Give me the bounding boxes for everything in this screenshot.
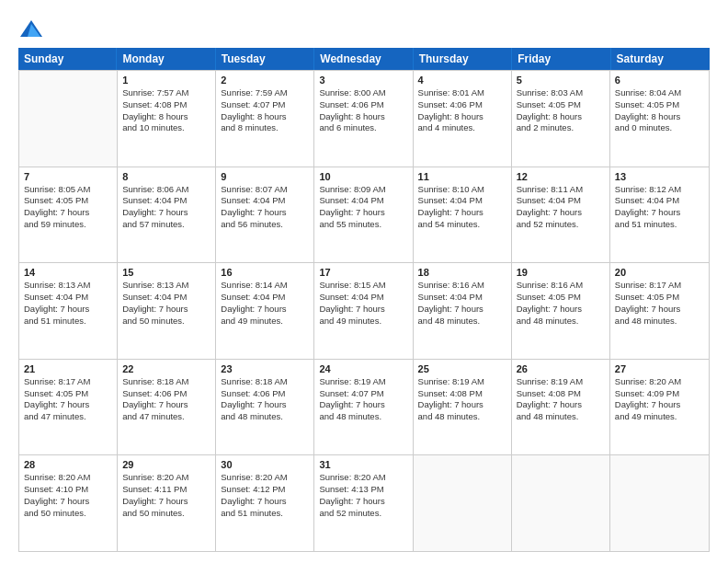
calendar-row-2: 14Sunrise: 8:13 AMSunset: 4:04 PMDayligh… — [19, 262, 709, 359]
sunrise-text: Sunrise: 8:04 AM — [615, 87, 704, 99]
calendar-cell: 24Sunrise: 8:19 AMSunset: 4:07 PMDayligh… — [314, 360, 413, 455]
calendar: SundayMondayTuesdayWednesdayThursdayFrid… — [18, 48, 710, 552]
logo — [18, 17, 48, 42]
sunrise-text: Sunrise: 8:20 AM — [24, 472, 112, 484]
sunrise-text: Sunrise: 8:20 AM — [319, 472, 407, 484]
day-number: 3 — [319, 75, 407, 86]
calendar-cell: 12Sunrise: 8:11 AMSunset: 4:04 PMDayligh… — [512, 167, 610, 263]
day-number: 11 — [418, 171, 506, 182]
calendar-cell: 8Sunrise: 8:06 AMSunset: 4:04 PMDaylight… — [118, 167, 216, 263]
calendar-cell: 6Sunrise: 8:04 AMSunset: 4:05 PMDaylight… — [610, 71, 709, 167]
header-day-tuesday: Tuesday — [216, 48, 314, 70]
day-number: 12 — [517, 171, 605, 182]
calendar-cell: 1Sunrise: 7:57 AMSunset: 4:08 PMDaylight… — [118, 71, 216, 167]
sunrise-text: Sunrise: 8:18 AM — [221, 376, 309, 388]
sunrise-text: Sunrise: 8:06 AM — [122, 184, 210, 196]
day-number: 24 — [319, 363, 407, 374]
sunset-text: Sunset: 4:05 PM — [24, 388, 112, 400]
sunrise-text: Sunrise: 8:20 AM — [122, 472, 210, 484]
sunset-text: Sunset: 4:04 PM — [319, 292, 407, 304]
calendar-cell: 28Sunrise: 8:20 AMSunset: 4:10 PMDayligh… — [19, 455, 118, 551]
calendar-cell: 18Sunrise: 8:16 AMSunset: 4:04 PMDayligh… — [414, 263, 512, 359]
sunset-text: Sunset: 4:06 PM — [319, 99, 407, 111]
day-number: 25 — [418, 363, 506, 374]
daylight-text-2: and 49 minutes. — [319, 316, 407, 327]
calendar-cell: 9Sunrise: 8:07 AMSunset: 4:04 PMDaylight… — [216, 167, 314, 263]
sunset-text: Sunset: 4:06 PM — [221, 388, 309, 400]
sunrise-text: Sunrise: 8:07 AM — [221, 184, 309, 196]
daylight-text: Daylight: 7 hours — [319, 496, 407, 508]
calendar-cell: 31Sunrise: 8:20 AMSunset: 4:13 PMDayligh… — [314, 455, 413, 551]
daylight-text: Daylight: 7 hours — [319, 207, 407, 219]
sunset-text: Sunset: 4:09 PM — [615, 388, 704, 400]
daylight-text: Daylight: 7 hours — [615, 207, 704, 219]
daylight-text-2: and 48 minutes. — [517, 316, 605, 327]
calendar-cell: 26Sunrise: 8:19 AMSunset: 4:08 PMDayligh… — [512, 360, 610, 455]
sunrise-text: Sunrise: 8:16 AM — [418, 280, 506, 292]
sunset-text: Sunset: 4:04 PM — [122, 292, 210, 304]
daylight-text: Daylight: 7 hours — [24, 399, 112, 411]
day-number: 10 — [319, 171, 407, 182]
calendar-cell: 27Sunrise: 8:20 AMSunset: 4:09 PMDayligh… — [610, 360, 709, 455]
sunrise-text: Sunrise: 8:10 AM — [418, 184, 506, 196]
daylight-text-2: and 52 minutes. — [319, 508, 407, 520]
daylight-text-2: and 59 minutes. — [24, 219, 112, 231]
calendar-cell: 23Sunrise: 8:18 AMSunset: 4:06 PMDayligh… — [216, 360, 314, 455]
sunrise-text: Sunrise: 8:11 AM — [517, 184, 605, 196]
sunset-text: Sunset: 4:13 PM — [319, 484, 407, 496]
day-number: 7 — [24, 171, 112, 182]
calendar-cell: 13Sunrise: 8:12 AMSunset: 4:04 PMDayligh… — [610, 167, 709, 263]
daylight-text-2: and 2 minutes. — [517, 122, 605, 134]
sunset-text: Sunset: 4:04 PM — [24, 292, 112, 304]
daylight-text-2: and 54 minutes. — [418, 219, 506, 231]
daylight-text: Daylight: 8 hours — [122, 111, 210, 123]
sunrise-text: Sunrise: 7:59 AM — [221, 87, 309, 99]
calendar-cell: 30Sunrise: 8:20 AMSunset: 4:12 PMDayligh… — [216, 455, 314, 551]
day-number: 20 — [615, 267, 704, 278]
calendar-cell: 20Sunrise: 8:17 AMSunset: 4:05 PMDayligh… — [610, 263, 709, 359]
sunrise-text: Sunrise: 8:13 AM — [122, 280, 210, 292]
sunrise-text: Sunrise: 8:17 AM — [24, 376, 112, 388]
daylight-text-2: and 47 minutes. — [122, 411, 210, 423]
sunset-text: Sunset: 4:05 PM — [517, 292, 605, 304]
calendar-cell — [512, 455, 610, 551]
day-number: 5 — [517, 75, 605, 86]
sunset-text: Sunset: 4:04 PM — [221, 292, 309, 304]
daylight-text-2: and 48 minutes. — [517, 411, 605, 423]
daylight-text: Daylight: 7 hours — [615, 399, 704, 411]
sunset-text: Sunset: 4:05 PM — [615, 99, 704, 111]
sunset-text: Sunset: 4:06 PM — [122, 388, 210, 400]
calendar-row-1: 7Sunrise: 8:05 AMSunset: 4:05 PMDaylight… — [19, 167, 709, 263]
sunrise-text: Sunrise: 8:01 AM — [418, 87, 506, 99]
daylight-text: Daylight: 8 hours — [615, 111, 704, 123]
daylight-text-2: and 49 minutes. — [615, 411, 704, 423]
header-day-thursday: Thursday — [414, 48, 512, 70]
sunset-text: Sunset: 4:07 PM — [221, 99, 309, 111]
calendar-row-3: 21Sunrise: 8:17 AMSunset: 4:05 PMDayligh… — [19, 359, 709, 455]
page: SundayMondayTuesdayWednesdayThursdayFrid… — [0, 0, 728, 563]
sunset-text: Sunset: 4:11 PM — [122, 484, 210, 496]
calendar-cell: 5Sunrise: 8:03 AMSunset: 4:05 PMDaylight… — [512, 71, 610, 167]
daylight-text-2: and 47 minutes. — [24, 411, 112, 423]
daylight-text: Daylight: 7 hours — [122, 304, 210, 316]
sunset-text: Sunset: 4:08 PM — [122, 99, 210, 111]
daylight-text: Daylight: 7 hours — [221, 304, 309, 316]
daylight-text-2: and 0 minutes. — [615, 122, 704, 134]
daylight-text-2: and 57 minutes. — [122, 219, 210, 231]
sunrise-text: Sunrise: 8:15 AM — [319, 280, 407, 292]
daylight-text-2: and 48 minutes. — [319, 411, 407, 423]
sunset-text: Sunset: 4:06 PM — [418, 99, 506, 111]
day-number: 21 — [24, 363, 112, 374]
day-number: 22 — [122, 363, 210, 374]
sunrise-text: Sunrise: 8:00 AM — [319, 87, 407, 99]
header-day-saturday: Saturday — [611, 48, 710, 70]
sunrise-text: Sunrise: 8:20 AM — [221, 472, 309, 484]
calendar-cell — [19, 71, 118, 167]
daylight-text: Daylight: 8 hours — [418, 111, 506, 123]
calendar-body: 1Sunrise: 7:57 AMSunset: 4:08 PMDaylight… — [18, 70, 710, 552]
day-number: 31 — [319, 459, 407, 470]
header-day-wednesday: Wednesday — [314, 48, 413, 70]
day-number: 15 — [122, 267, 210, 278]
daylight-text: Daylight: 7 hours — [122, 207, 210, 219]
daylight-text: Daylight: 7 hours — [24, 207, 112, 219]
